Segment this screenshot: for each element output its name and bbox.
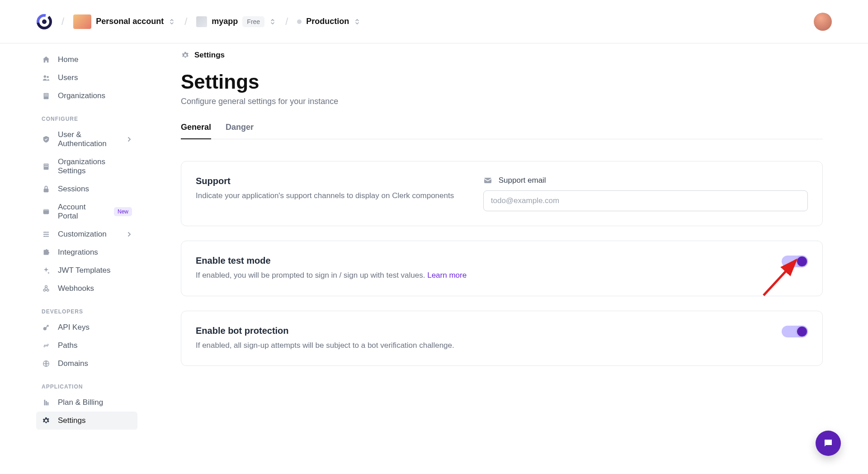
svg-rect-15 bbox=[47, 165, 48, 166]
sidebar-item-label: Plan & Billing bbox=[58, 398, 103, 407]
svg-rect-31 bbox=[46, 401, 47, 405]
building-icon bbox=[42, 91, 51, 100]
support-title: Support bbox=[196, 176, 465, 186]
app-icon bbox=[196, 16, 207, 27]
svg-point-27 bbox=[45, 285, 47, 288]
topbar: / Personal account / myapp Free / Produc… bbox=[0, 0, 868, 43]
sidebar-item-jwt-templates[interactable]: JWT Templates bbox=[36, 261, 137, 280]
svg-rect-13 bbox=[44, 165, 45, 166]
svg-rect-32 bbox=[47, 402, 49, 405]
test-mode-toggle[interactable] bbox=[782, 256, 808, 267]
sidebar-item-label: API Keys bbox=[58, 323, 90, 332]
sidebar-item-organizations-settings[interactable]: Organizations Settings bbox=[36, 153, 137, 180]
bot-protection-desc: If enabled, all sign-up attempts will be… bbox=[196, 340, 454, 351]
svg-point-23 bbox=[47, 234, 48, 235]
portal-icon bbox=[42, 207, 51, 216]
sidebar-item-label: User & Authentication bbox=[58, 130, 119, 148]
svg-rect-17 bbox=[46, 166, 47, 167]
sidebar-item-organizations[interactable]: Organizations bbox=[36, 87, 137, 105]
svg-rect-8 bbox=[47, 94, 48, 95]
svg-rect-6 bbox=[44, 94, 45, 95]
svg-rect-21 bbox=[43, 209, 49, 211]
nav-group-configure: CONFIGURE bbox=[36, 105, 137, 126]
nav-group-developers: DEVELOPERS bbox=[36, 298, 137, 318]
building-icon bbox=[42, 162, 51, 171]
shield-icon bbox=[42, 135, 51, 144]
breadcrumb-separator: / bbox=[184, 16, 187, 28]
env-label: Production bbox=[306, 17, 349, 26]
page-crumb-label: Settings bbox=[194, 51, 225, 60]
sidebar-item-label: Account Portal bbox=[58, 203, 107, 221]
environment-switcher[interactable]: Production bbox=[297, 17, 361, 26]
page-title: Settings bbox=[181, 71, 823, 93]
support-email-label: Support email bbox=[499, 176, 546, 185]
svg-rect-7 bbox=[46, 94, 47, 95]
globe-icon bbox=[42, 359, 51, 368]
webhook-icon bbox=[42, 284, 51, 293]
sidebar-item-api-keys[interactable]: API Keys bbox=[36, 318, 137, 337]
sidebar-item-account-portal[interactable]: Account PortalNew bbox=[36, 198, 137, 225]
app-switcher[interactable]: myapp Free bbox=[196, 16, 276, 27]
test-mode-desc: If enabled, you will be prompted to sign… bbox=[196, 270, 467, 281]
tab-general[interactable]: General bbox=[181, 123, 211, 139]
svg-point-24 bbox=[44, 236, 46, 237]
chevron-right-icon bbox=[127, 232, 132, 237]
sidebar-item-label: Webhooks bbox=[58, 284, 94, 293]
svg-rect-9 bbox=[44, 95, 45, 96]
svg-point-2 bbox=[42, 19, 47, 24]
up-down-icon bbox=[168, 18, 175, 25]
bot-protection-toggle[interactable] bbox=[782, 326, 808, 337]
chat-fab[interactable] bbox=[816, 431, 841, 456]
sidebar-item-label: Users bbox=[58, 73, 78, 82]
sidebar-item-integrations[interactable]: Integrations bbox=[36, 243, 137, 261]
account-label: Personal account bbox=[96, 17, 164, 26]
svg-point-35 bbox=[826, 442, 827, 443]
up-down-icon bbox=[354, 18, 361, 25]
svg-point-3 bbox=[44, 76, 46, 78]
sidebar-item-label: Organizations bbox=[58, 91, 105, 100]
chevron-right-icon bbox=[127, 137, 132, 142]
app-name: myapp bbox=[212, 17, 238, 26]
sidebar-item-customization[interactable]: Customization bbox=[36, 225, 137, 243]
svg-rect-30 bbox=[44, 400, 46, 406]
svg-rect-10 bbox=[46, 95, 47, 96]
sidebar-item-domains[interactable]: Domains bbox=[36, 355, 137, 373]
clerk-logo[interactable] bbox=[36, 14, 52, 30]
svg-rect-19 bbox=[44, 189, 49, 192]
bot-protection-card: Enable bot protection If enabled, all si… bbox=[181, 311, 823, 366]
sidebar: HomeUsersOrganizations CONFIGURE User & … bbox=[0, 43, 174, 474]
sidebar-item-label: Customization bbox=[58, 230, 107, 239]
env-status-icon bbox=[297, 19, 302, 24]
account-switcher[interactable]: Personal account bbox=[73, 14, 175, 29]
new-badge: New bbox=[114, 207, 132, 216]
key-icon bbox=[42, 323, 51, 332]
sidebar-item-user-authentication[interactable]: User & Authentication bbox=[36, 126, 137, 153]
sidebar-item-webhooks[interactable]: Webhooks bbox=[36, 280, 137, 298]
support-card: Support Indicate your application's supp… bbox=[181, 161, 823, 226]
sidebar-item-paths[interactable]: Paths bbox=[36, 337, 137, 355]
puzzle-icon bbox=[42, 248, 51, 257]
svg-point-25 bbox=[43, 289, 46, 291]
sidebar-item-sessions[interactable]: Sessions bbox=[36, 180, 137, 198]
page-crumb: Settings bbox=[181, 51, 823, 60]
lock-icon bbox=[42, 185, 51, 194]
link-icon bbox=[42, 341, 51, 350]
sidebar-item-users[interactable]: Users bbox=[36, 69, 137, 87]
sidebar-item-label: Organizations Settings bbox=[58, 157, 132, 175]
sidebar-item-label: Home bbox=[58, 55, 78, 64]
tab-danger[interactable]: Danger bbox=[226, 123, 254, 139]
learn-more-link[interactable]: Learn more bbox=[427, 271, 467, 280]
user-avatar[interactable] bbox=[814, 13, 832, 31]
sidebar-item-home[interactable]: Home bbox=[36, 51, 137, 69]
sidebar-item-label: Sessions bbox=[58, 185, 89, 194]
sparkle-icon bbox=[42, 266, 51, 275]
sidebar-item-settings[interactable]: Settings bbox=[36, 412, 137, 430]
sidebar-item-label: JWT Templates bbox=[58, 266, 111, 275]
nav-group-application: APPLICATION bbox=[36, 373, 137, 393]
main-content: Settings Settings Configure general sett… bbox=[174, 43, 868, 474]
svg-point-36 bbox=[828, 442, 829, 443]
support-email-input[interactable] bbox=[483, 190, 808, 211]
gear-icon bbox=[42, 416, 51, 425]
sidebar-item-plan-billing[interactable]: Plan & Billing bbox=[36, 393, 137, 412]
home-icon bbox=[42, 55, 51, 64]
